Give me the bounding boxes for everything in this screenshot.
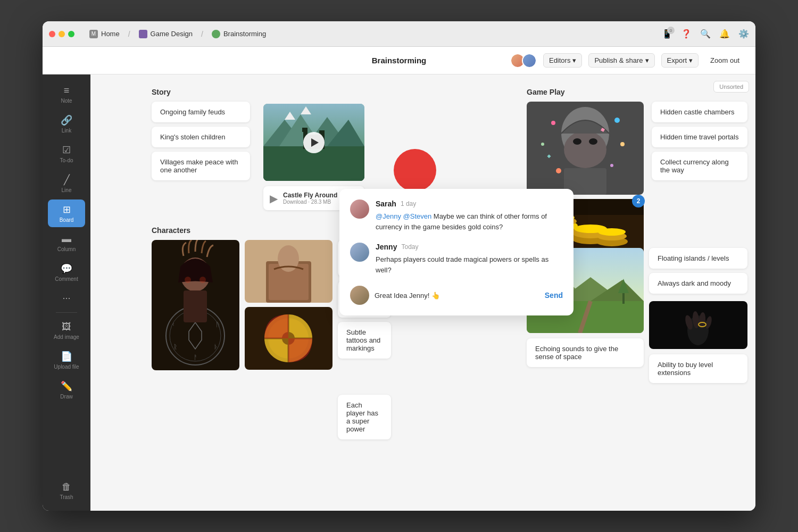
story-section: Story Ongoing family feuds King's stolen… xyxy=(152,88,255,180)
sarah-message-content: Sarah 1 day @Jenny @Steven Maybe we can … xyxy=(376,200,563,232)
tab-gamedesign-label: Game Design xyxy=(151,30,193,38)
minimize-button[interactable] xyxy=(59,31,65,37)
levels-card-floating[interactable]: Floating islands / levels xyxy=(649,248,747,269)
publish-chevron: ▾ xyxy=(645,56,649,64)
sidebar-board-label: Board xyxy=(60,217,74,223)
svg-rect-50 xyxy=(184,290,207,322)
story-card-ongoing[interactable]: Ongoing family feuds xyxy=(152,102,250,122)
send-button[interactable]: Send xyxy=(545,291,563,300)
story-card-villages[interactable]: Villages make peace with one another xyxy=(152,152,250,180)
sarah-message-body: Maybe we can think of other forms of cur… xyxy=(376,212,547,231)
gameplay-card-currency[interactable]: Collect currency along the way xyxy=(652,152,747,180)
sidebar-item-board[interactable]: ⊞ Board xyxy=(48,200,85,227)
maximize-button[interactable] xyxy=(68,31,74,37)
draw-icon: ✏️ xyxy=(61,380,72,392)
story-video[interactable] xyxy=(263,104,364,181)
sidebar-link-label: Link xyxy=(62,128,71,134)
tab-separator2: / xyxy=(201,30,203,38)
sidebar-line-label: Line xyxy=(62,187,72,193)
sidebar-item-trash[interactable]: 🗑 Trash xyxy=(48,477,85,504)
sarah-avatar xyxy=(350,200,369,219)
export-button[interactable]: Export ▾ xyxy=(661,53,699,68)
character-images-2 xyxy=(245,240,332,370)
levels-card-ability[interactable]: Ability to buy level extensions xyxy=(649,354,747,383)
sidebar-column-label: Column xyxy=(57,246,76,252)
mention-jenny: @Jenny xyxy=(376,212,401,220)
sidebar-item-uploadfile[interactable]: 📄 Upload file xyxy=(48,346,85,374)
titlebar-actions: 📱 0 ❓ 🔍 🔔 ⚙️ xyxy=(662,29,749,39)
sidebar-item-draw[interactable]: ✏️ Draw xyxy=(48,376,85,404)
avatar-2 xyxy=(522,53,537,68)
gameplay-card-portals[interactable]: Hidden time travel portals xyxy=(652,127,747,147)
jenny-name: Jenny xyxy=(376,243,397,251)
tab-bar: M Home / Game Design / Brainstorming xyxy=(83,28,662,40)
sidebar-item-addimage[interactable]: 🖼 Add image xyxy=(48,317,85,344)
editors-button[interactable]: Editors ▾ xyxy=(543,53,582,68)
svg-point-22 xyxy=(556,168,561,173)
char-card-tattoos[interactable]: Subtle tattoos and markings xyxy=(338,322,391,359)
settings-icon[interactable]: ⚙️ xyxy=(738,29,749,39)
link-icon: 🔗 xyxy=(61,114,72,126)
svg-point-23 xyxy=(610,164,613,167)
sarah-text: @Jenny @Steven Maybe we can think of oth… xyxy=(376,211,563,232)
sidebar-item-link[interactable]: 🔗 Link xyxy=(48,110,85,138)
sidebar-item-note[interactable]: ≡ Note xyxy=(48,81,85,108)
close-button[interactable] xyxy=(49,31,55,37)
uploadfile-icon: 📄 xyxy=(61,351,72,362)
sidebar-todo-label: To-do xyxy=(60,157,73,163)
svg-point-19 xyxy=(614,118,620,123)
tab-home[interactable]: M Home xyxy=(83,28,126,40)
story-section-title: Story xyxy=(152,88,255,96)
play-triangle-icon xyxy=(311,138,319,147)
sidebar-item-more[interactable]: ··· xyxy=(48,288,85,308)
sarah-message-header: Sarah 1 day xyxy=(376,200,563,208)
help-icon[interactable]: ❓ xyxy=(681,29,692,39)
device-icon[interactable]: 📱 0 xyxy=(662,29,672,39)
zoom-button[interactable]: Zoom out xyxy=(705,54,745,67)
more-icon: ··· xyxy=(62,293,70,304)
sidebar-item-line[interactable]: ╱ Line xyxy=(48,170,85,197)
jenny-text: Perhaps players could trade magical powe… xyxy=(376,254,563,275)
chat-input[interactable] xyxy=(375,292,539,300)
jenny-time: Today xyxy=(401,243,418,251)
home-icon: M xyxy=(89,30,98,38)
device-badge: 0 xyxy=(667,27,675,34)
traffic-lights xyxy=(49,31,74,37)
story-card-kings[interactable]: King's stolen children xyxy=(152,127,250,147)
sidebar-item-comment[interactable]: 💬 Comment xyxy=(48,259,85,286)
levels-card-echoing[interactable]: Echoing sounds to give the sense of spac… xyxy=(527,338,644,367)
svg-point-17 xyxy=(589,138,597,145)
tab-gamedesign[interactable]: Game Design xyxy=(132,28,199,40)
search-icon[interactable]: 🔍 xyxy=(700,29,711,39)
story-cards: Ongoing family feuds King's stolen child… xyxy=(152,102,250,180)
export-chevron: ▾ xyxy=(689,56,693,64)
notification-badge: 2 xyxy=(632,195,645,207)
tab-brainstorming[interactable]: Brainstorming xyxy=(205,28,272,40)
brainstorming-icon xyxy=(212,30,220,38)
char-card-eachplayer[interactable]: Each player has a super power xyxy=(338,395,391,439)
user-avatar xyxy=(350,286,369,305)
jenny-avatar xyxy=(350,243,369,262)
editors-chevron: ▾ xyxy=(572,56,576,64)
gameplay-card-chambers[interactable]: Hidden castle chambers xyxy=(652,102,747,122)
zoom-label: Zoom out xyxy=(710,56,739,64)
svg-point-16 xyxy=(573,138,581,145)
levels-card-dark[interactable]: Always dark and moody xyxy=(649,273,747,294)
sarah-name: Sarah xyxy=(376,200,396,208)
play-button[interactable] xyxy=(303,132,325,153)
canvas: Unsorted Story Ongoing family feuds King… xyxy=(90,74,755,511)
mention-steven: @Steven xyxy=(403,212,432,220)
bell-icon[interactable]: 🔔 xyxy=(719,29,730,39)
gameplay-section-title: Game Play xyxy=(527,88,747,96)
warrior-image xyxy=(527,102,644,195)
file-play-icon: ▶ xyxy=(270,192,278,205)
sidebar-item-column[interactable]: ▬ Column xyxy=(48,229,85,256)
gameplay-cards: Hidden castle chambers Hidden time trave… xyxy=(652,102,747,180)
addimage-icon: 🖼 xyxy=(62,321,71,332)
publish-button[interactable]: Publish & share ▾ xyxy=(588,53,654,68)
main-window: M Home / Game Design / Brainstorming 📱 0… xyxy=(43,21,755,511)
editors-label: Editors xyxy=(549,56,570,64)
sidebar-item-todo[interactable]: ☑ To-do xyxy=(48,140,85,168)
sidebar-note-label: Note xyxy=(61,98,72,104)
character-images: ᚠ ᚢ ᚦ ᚨ ᚱ ᚲ xyxy=(152,240,239,370)
